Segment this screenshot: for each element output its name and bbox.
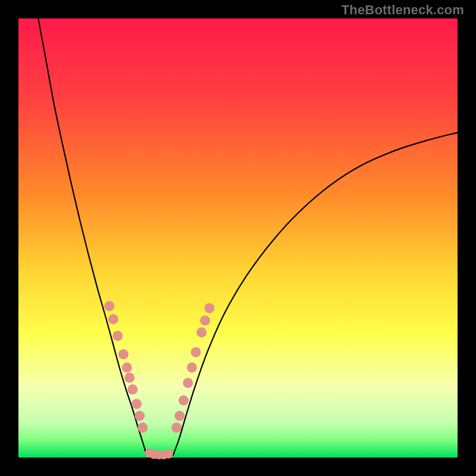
watermark-text: TheBottleneck.com [342,2,464,18]
data-marker [104,301,114,311]
plot-area [18,18,458,458]
data-marker [118,349,129,359]
data-marker [205,303,215,314]
markers-left-group [104,301,148,433]
data-marker [200,315,210,325]
chart-svg [18,18,458,458]
outer-frame: TheBottleneck.com [0,0,476,476]
data-marker [137,422,148,433]
data-marker [196,327,206,337]
data-marker [112,331,123,341]
markers-right-group [171,303,214,433]
data-marker [131,399,142,409]
data-marker [191,347,201,357]
data-marker [108,314,118,324]
data-marker [124,372,134,383]
data-marker [187,362,197,372]
curve-right-arm [173,133,458,455]
data-marker [178,396,189,406]
data-marker [164,450,173,459]
data-marker [134,411,145,421]
data-marker [183,378,193,388]
data-marker [127,384,137,394]
data-marker [171,422,181,433]
data-marker [122,362,132,372]
data-marker [174,411,184,421]
markers-floor-group [145,449,173,459]
